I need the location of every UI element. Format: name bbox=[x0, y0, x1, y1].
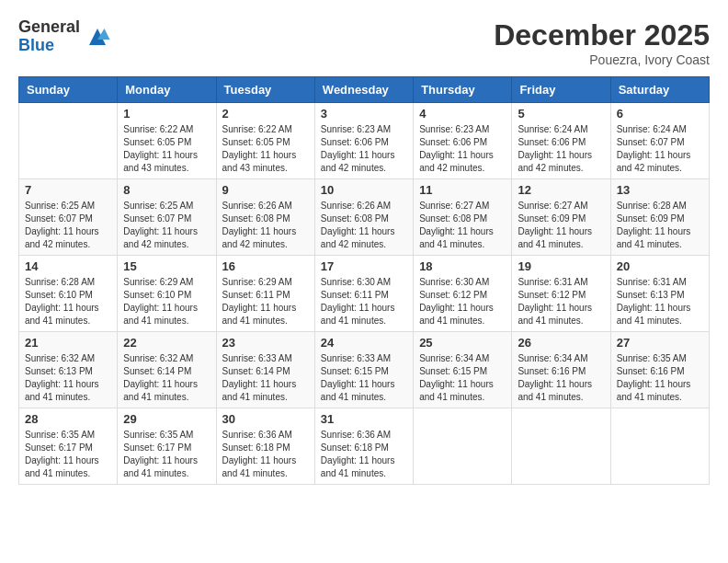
calendar-cell bbox=[610, 408, 709, 485]
day-number: 31 bbox=[321, 412, 407, 426]
day-number: 27 bbox=[617, 336, 703, 350]
day-number: 2 bbox=[222, 107, 309, 121]
calendar-cell: 10Sunrise: 6:26 AMSunset: 6:08 PMDayligh… bbox=[314, 179, 413, 256]
logo-text: General Blue bbox=[18, 18, 80, 55]
calendar-cell: 11Sunrise: 6:27 AMSunset: 6:08 PMDayligh… bbox=[414, 179, 512, 256]
day-number: 21 bbox=[25, 336, 111, 350]
calendar-cell: 21Sunrise: 6:32 AMSunset: 6:13 PMDayligh… bbox=[19, 332, 118, 408]
calendar-cell: 1Sunrise: 6:22 AMSunset: 6:05 PMDaylight… bbox=[118, 103, 216, 179]
calendar-cell: 17Sunrise: 6:30 AMSunset: 6:11 PMDayligh… bbox=[314, 256, 413, 332]
day-number: 10 bbox=[321, 183, 407, 197]
calendar-cell: 7Sunrise: 6:25 AMSunset: 6:07 PMDaylight… bbox=[19, 179, 118, 256]
day-header-monday: Monday bbox=[118, 77, 216, 103]
day-info: Sunrise: 6:33 AMSunset: 6:15 PMDaylight:… bbox=[321, 352, 407, 404]
day-number: 1 bbox=[123, 107, 210, 121]
day-info: Sunrise: 6:32 AMSunset: 6:13 PMDaylight:… bbox=[25, 352, 111, 404]
day-number: 13 bbox=[617, 183, 703, 197]
day-header-thursday: Thursday bbox=[414, 77, 512, 103]
calendar-cell: 14Sunrise: 6:28 AMSunset: 6:10 PMDayligh… bbox=[19, 256, 118, 332]
day-number: 24 bbox=[321, 336, 407, 350]
day-header-friday: Friday bbox=[512, 77, 610, 103]
day-number: 3 bbox=[321, 107, 407, 121]
day-info: Sunrise: 6:25 AMSunset: 6:07 PMDaylight:… bbox=[123, 200, 210, 251]
calendar-week-row: 21Sunrise: 6:32 AMSunset: 6:13 PMDayligh… bbox=[19, 332, 710, 408]
day-number: 4 bbox=[419, 107, 506, 121]
day-info: Sunrise: 6:24 AMSunset: 6:07 PMDaylight:… bbox=[617, 123, 703, 175]
day-number: 11 bbox=[419, 183, 506, 197]
calendar-cell: 25Sunrise: 6:34 AMSunset: 6:15 PMDayligh… bbox=[414, 332, 512, 408]
calendar-cell: 28Sunrise: 6:35 AMSunset: 6:17 PMDayligh… bbox=[19, 408, 118, 485]
calendar-cell: 16Sunrise: 6:29 AMSunset: 6:11 PMDayligh… bbox=[216, 256, 314, 332]
day-number: 25 bbox=[419, 336, 506, 350]
logo-blue: Blue bbox=[18, 37, 80, 55]
day-header-tuesday: Tuesday bbox=[216, 77, 314, 103]
location-subtitle: Pouezra, Ivory Coast bbox=[494, 52, 710, 67]
day-info: Sunrise: 6:34 AMSunset: 6:15 PMDaylight:… bbox=[419, 352, 506, 404]
calendar-header-row: SundayMondayTuesdayWednesdayThursdayFrid… bbox=[19, 77, 710, 103]
calendar-week-row: 1Sunrise: 6:22 AMSunset: 6:05 PMDaylight… bbox=[19, 103, 710, 179]
calendar-cell: 27Sunrise: 6:35 AMSunset: 6:16 PMDayligh… bbox=[610, 332, 709, 408]
day-number: 28 bbox=[25, 412, 111, 426]
day-info: Sunrise: 6:31 AMSunset: 6:13 PMDaylight:… bbox=[617, 276, 703, 327]
day-info: Sunrise: 6:24 AMSunset: 6:06 PMDaylight:… bbox=[518, 123, 604, 175]
calendar-cell: 31Sunrise: 6:36 AMSunset: 6:18 PMDayligh… bbox=[314, 408, 413, 485]
day-info: Sunrise: 6:26 AMSunset: 6:08 PMDaylight:… bbox=[222, 200, 309, 251]
day-number: 7 bbox=[25, 183, 111, 197]
day-number: 5 bbox=[518, 107, 604, 121]
day-info: Sunrise: 6:28 AMSunset: 6:10 PMDaylight:… bbox=[25, 276, 111, 327]
calendar-cell: 2Sunrise: 6:22 AMSunset: 6:05 PMDaylight… bbox=[216, 103, 314, 179]
day-info: Sunrise: 6:32 AMSunset: 6:14 PMDaylight:… bbox=[123, 352, 210, 404]
day-number: 14 bbox=[25, 259, 111, 273]
day-info: Sunrise: 6:30 AMSunset: 6:12 PMDaylight:… bbox=[419, 276, 506, 327]
calendar-cell: 6Sunrise: 6:24 AMSunset: 6:07 PMDaylight… bbox=[610, 103, 709, 179]
calendar-cell: 20Sunrise: 6:31 AMSunset: 6:13 PMDayligh… bbox=[610, 256, 709, 332]
day-number: 26 bbox=[518, 336, 604, 350]
calendar-cell: 18Sunrise: 6:30 AMSunset: 6:12 PMDayligh… bbox=[414, 256, 512, 332]
calendar-week-row: 28Sunrise: 6:35 AMSunset: 6:17 PMDayligh… bbox=[19, 408, 710, 485]
day-header-wednesday: Wednesday bbox=[314, 77, 413, 103]
day-number: 18 bbox=[419, 259, 506, 273]
day-info: Sunrise: 6:33 AMSunset: 6:14 PMDaylight:… bbox=[222, 352, 309, 404]
day-info: Sunrise: 6:29 AMSunset: 6:10 PMDaylight:… bbox=[123, 276, 210, 327]
day-info: Sunrise: 6:29 AMSunset: 6:11 PMDaylight:… bbox=[222, 276, 309, 327]
day-info: Sunrise: 6:27 AMSunset: 6:09 PMDaylight:… bbox=[518, 200, 604, 251]
logo-general: General bbox=[18, 18, 80, 37]
day-info: Sunrise: 6:30 AMSunset: 6:11 PMDaylight:… bbox=[321, 276, 407, 327]
calendar-cell: 5Sunrise: 6:24 AMSunset: 6:06 PMDaylight… bbox=[512, 103, 610, 179]
day-info: Sunrise: 6:34 AMSunset: 6:16 PMDaylight:… bbox=[518, 352, 604, 404]
day-number: 29 bbox=[123, 412, 210, 426]
day-info: Sunrise: 6:35 AMSunset: 6:17 PMDaylight:… bbox=[25, 429, 111, 480]
calendar-cell bbox=[414, 408, 512, 485]
title-block: December 2025 Pouezra, Ivory Coast bbox=[494, 18, 710, 67]
calendar-cell: 3Sunrise: 6:23 AMSunset: 6:06 PMDaylight… bbox=[314, 103, 413, 179]
day-number: 30 bbox=[222, 412, 309, 426]
day-info: Sunrise: 6:26 AMSunset: 6:08 PMDaylight:… bbox=[321, 200, 407, 251]
calendar-cell: 12Sunrise: 6:27 AMSunset: 6:09 PMDayligh… bbox=[512, 179, 610, 256]
day-number: 22 bbox=[123, 336, 210, 350]
day-number: 23 bbox=[222, 336, 309, 350]
day-number: 6 bbox=[617, 107, 703, 121]
day-info: Sunrise: 6:36 AMSunset: 6:18 PMDaylight:… bbox=[222, 429, 309, 480]
day-number: 17 bbox=[321, 259, 407, 273]
day-info: Sunrise: 6:28 AMSunset: 6:09 PMDaylight:… bbox=[617, 200, 703, 251]
day-number: 20 bbox=[617, 259, 703, 273]
day-info: Sunrise: 6:27 AMSunset: 6:08 PMDaylight:… bbox=[419, 200, 506, 251]
calendar-week-row: 14Sunrise: 6:28 AMSunset: 6:10 PMDayligh… bbox=[19, 256, 710, 332]
calendar-cell: 22Sunrise: 6:32 AMSunset: 6:14 PMDayligh… bbox=[118, 332, 216, 408]
day-info: Sunrise: 6:22 AMSunset: 6:05 PMDaylight:… bbox=[123, 123, 210, 175]
day-info: Sunrise: 6:31 AMSunset: 6:12 PMDaylight:… bbox=[518, 276, 604, 327]
day-info: Sunrise: 6:25 AMSunset: 6:07 PMDaylight:… bbox=[25, 200, 111, 251]
calendar-table: SundayMondayTuesdayWednesdayThursdayFrid… bbox=[18, 76, 710, 485]
calendar-week-row: 7Sunrise: 6:25 AMSunset: 6:07 PMDaylight… bbox=[19, 179, 710, 256]
day-number: 8 bbox=[123, 183, 210, 197]
calendar-cell: 4Sunrise: 6:23 AMSunset: 6:06 PMDaylight… bbox=[414, 103, 512, 179]
calendar-cell: 29Sunrise: 6:35 AMSunset: 6:17 PMDayligh… bbox=[118, 408, 216, 485]
calendar-cell: 23Sunrise: 6:33 AMSunset: 6:14 PMDayligh… bbox=[216, 332, 314, 408]
calendar-cell bbox=[512, 408, 610, 485]
day-number: 19 bbox=[518, 259, 604, 273]
day-info: Sunrise: 6:36 AMSunset: 6:18 PMDaylight:… bbox=[321, 429, 407, 480]
month-title: December 2025 bbox=[494, 18, 710, 52]
logo: General Blue bbox=[18, 18, 111, 55]
logo-icon bbox=[84, 23, 111, 51]
day-info: Sunrise: 6:35 AMSunset: 6:16 PMDaylight:… bbox=[617, 352, 703, 404]
